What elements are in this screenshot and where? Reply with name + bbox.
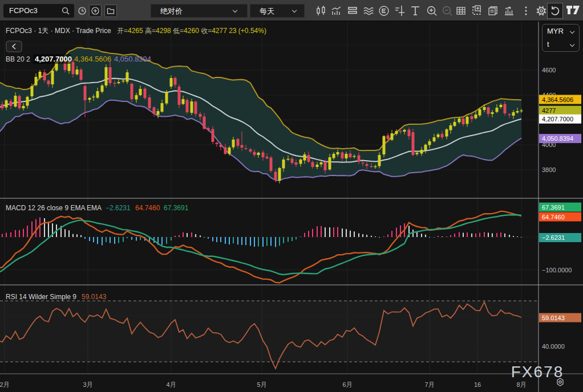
svg-text:4,364.5606: 4,364.5606 [74,55,111,63]
svg-text:59.0143: 59.0143 [82,293,107,301]
svg-text:7月: 7月 [424,381,434,388]
svg-text:RSI 14 Wilder Simple 9: RSI 14 Wilder Simple 9 [6,293,76,301]
svg-text:BB 20 2: BB 20 2 [6,55,30,63]
svg-text:5月: 5月 [257,381,266,388]
svg-text:4,207.7000: 4,207.7000 [542,116,573,122]
svg-text:67.3691: 67.3691 [542,204,565,211]
svg-text:6月: 6月 [342,381,352,388]
svg-text:64.7460: 64.7460 [542,214,565,220]
svg-text:4,364.5606: 4,364.5606 [542,96,573,103]
svg-text:−100.0000: −100.0000 [542,267,572,273]
svg-text:59.0143: 59.0143 [542,315,565,321]
svg-text:4,050.8394: 4,050.8394 [542,135,573,142]
svg-text:40.0000: 40.0000 [542,343,565,350]
svg-text:MACD 12 26 close 9 EMA EMA: MACD 12 26 close 9 EMA EMA [6,204,102,212]
svg-text:−2.6231: −2.6231 [542,234,565,241]
svg-text:FX678: FX678 [511,363,564,381]
svg-text:16: 16 [474,381,481,388]
svg-text:8月: 8月 [516,381,526,388]
svg-text:2月: 2月 [0,381,10,388]
svg-text:4月: 4月 [166,381,176,388]
svg-text:64.7460: 64.7460 [135,204,160,212]
svg-text:4600: 4600 [542,67,556,74]
svg-text:开=4265 高=4298 低=4260 收=4277 23: 开=4265 高=4298 低=4260 收=4277 23 (+0.54%) [117,27,266,35]
svg-text:3800: 3800 [542,166,556,173]
svg-text:4277: 4277 [542,107,556,114]
svg-text:4,050.8394: 4,050.8394 [114,55,151,63]
svg-text:−2.6231: −2.6231 [106,204,131,212]
svg-text:4,207.7000: 4,207.7000 [35,55,72,63]
svg-text:FCPOc3 · 1天 · MDX · Trade Pric: FCPOc3 · 1天 · MDX · Trade Price [6,27,111,35]
svg-text:67.3691: 67.3691 [164,204,189,212]
svg-text:3月: 3月 [83,381,92,388]
